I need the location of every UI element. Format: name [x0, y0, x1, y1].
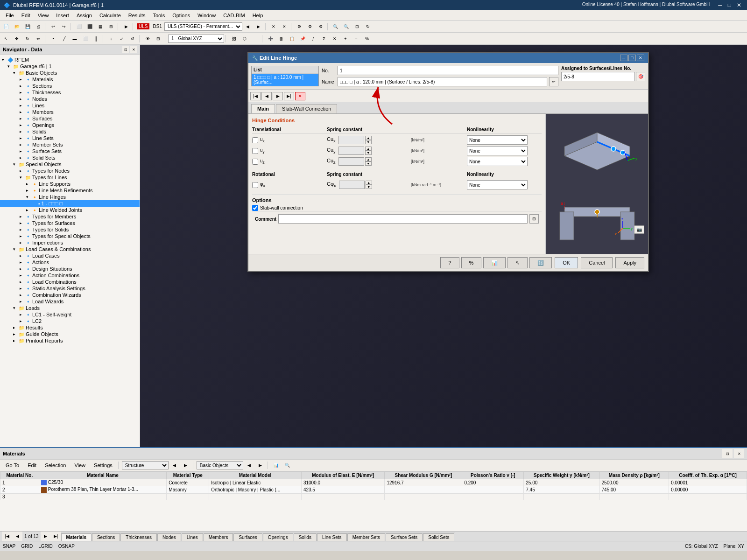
mat-view[interactable]: View: [70, 462, 89, 469]
nav-printout[interactable]: ▸ 📁 Printout Reports: [0, 337, 140, 344]
nav-types-lines[interactable]: ▾ 📁 Types for Lines: [0, 174, 140, 181]
btab-lines[interactable]: Lines: [182, 533, 203, 541]
btab-sections[interactable]: Sections: [92, 533, 120, 541]
nav-membersets[interactable]: ▸ 🔹 Member Sets: [0, 141, 140, 148]
nav-next-btn[interactable]: ▶: [273, 92, 283, 100]
nav-first-btn[interactable]: |◀: [250, 92, 261, 100]
nav-loads-group[interactable]: ▾ 📁 Loads: [0, 305, 140, 311]
menu-file[interactable]: File: [2, 12, 18, 19]
tb-btn3[interactable]: ⬜: [74, 22, 84, 31]
btab-nodes[interactable]: Nodes: [157, 533, 181, 541]
tb2-x3[interactable]: ✕: [330, 34, 340, 43]
rfem-toggle[interactable]: ▾: [2, 57, 7, 62]
nav-solidsets[interactable]: ▸ 🔹 Solid Sets: [0, 154, 140, 161]
phix-spring-value[interactable]: [339, 181, 365, 189]
nav-surfaces[interactable]: ▸ 🔹 Surfaces: [0, 115, 140, 122]
ok-button[interactable]: OK: [555, 257, 578, 268]
tb2-mirror[interactable]: ⇔: [33, 34, 43, 43]
nav-hinge-1[interactable]: ▪ 1 - □□□ □: [0, 200, 140, 207]
nav-types-special[interactable]: ▸ 🔹 Types for Special Objects: [0, 233, 140, 239]
uz-stepper-down[interactable]: ▼: [365, 161, 372, 166]
tb-open[interactable]: 📂: [12, 22, 22, 31]
tb2-load2[interactable]: ↙: [117, 34, 127, 43]
btab-materials[interactable]: Materials: [61, 533, 92, 541]
nav-results[interactable]: ▸ 📁 Results: [0, 324, 140, 331]
ds-combo[interactable]: ULS (STR/GEO) - Permanent...: [164, 22, 242, 31]
tb-new[interactable]: 📄: [1, 22, 11, 31]
nav-load-combo[interactable]: ▸ 🔹 Load Combinations: [0, 279, 140, 285]
tb-btn5[interactable]: ▦: [95, 22, 106, 31]
menu-options[interactable]: Options: [169, 12, 194, 19]
ux-stepper-down[interactable]: ▼: [365, 140, 372, 144]
nav-float-btn[interactable]: ⊡: [122, 46, 129, 53]
mat-settings[interactable]: Settings: [90, 462, 116, 469]
ux-checkbox[interactable]: [252, 137, 258, 143]
tb2-add[interactable]: ➕: [265, 34, 275, 43]
btab-members[interactable]: Members: [204, 533, 233, 541]
nav-guide-objects[interactable]: ▸ 📁 Guide Objects: [0, 331, 140, 337]
tb-undo[interactable]: ↩: [48, 22, 58, 31]
coord-system-select[interactable]: 1 - Global XYZ: [168, 35, 224, 43]
mat-objects-select[interactable]: Basic Objects: [197, 461, 243, 469]
uz-spring-value[interactable]: [338, 157, 364, 166]
nav-thicknesses[interactable]: ▸ 🔹 Thicknesses: [0, 89, 140, 96]
mat-tb2[interactable]: 🔍: [282, 461, 293, 470]
bt-next[interactable]: ▶: [41, 532, 51, 541]
nav-lines[interactable]: ▸ 🔹 Lines: [0, 102, 140, 109]
menu-view[interactable]: View: [34, 12, 53, 19]
phix-stepper-down[interactable]: ▼: [366, 185, 372, 189]
footer-percent-btn[interactable]: %: [461, 257, 482, 268]
tb2-wire[interactable]: ⬡: [240, 34, 250, 43]
tb2-sum[interactable]: Σ: [319, 34, 329, 43]
name-edit-btn[interactable]: ✏: [549, 77, 558, 86]
tb2-move[interactable]: ✥: [12, 34, 22, 43]
nav-lc2[interactable]: ▸ 🔹 LC2: [0, 318, 140, 324]
tab-main[interactable]: Main: [251, 104, 275, 113]
mat-row-3[interactable]: 3: [0, 493, 747, 500]
assign-input[interactable]: [561, 72, 635, 81]
menu-window[interactable]: Window: [194, 12, 219, 19]
tb2-surface[interactable]: ▬: [70, 34, 80, 43]
nav-lc1[interactable]: ▸ 🔹 LC1 - Self-weight: [0, 311, 140, 318]
nav-load-cases-combo[interactable]: ▾ 📁 Load Cases & Combinations: [0, 246, 140, 252]
tb2-load[interactable]: ↓: [106, 34, 116, 43]
phix-nonlin-select[interactable]: None: [467, 180, 528, 189]
tb2-solid[interactable]: ⬜: [80, 34, 91, 43]
menu-assign[interactable]: Assign: [73, 12, 96, 19]
menu-cadbim[interactable]: CAD-BIM: [219, 12, 248, 19]
btab-solids[interactable]: Solids: [294, 533, 317, 541]
tb2-member[interactable]: ║: [91, 34, 101, 43]
phix-checkbox[interactable]: [252, 182, 258, 188]
mat-struct-next[interactable]: ▶: [181, 461, 191, 470]
apply-button[interactable]: Apply: [615, 257, 644, 268]
footer-table-btn[interactable]: 📊: [483, 257, 506, 268]
tb-gear3[interactable]: ⚙: [316, 22, 326, 31]
nav-nodes[interactable]: ▸ 🔹 Nodes: [0, 96, 140, 102]
tb-zoom-in[interactable]: 🔍: [331, 22, 341, 31]
tb-rotate[interactable]: ↻: [363, 22, 373, 31]
footer-select-btn[interactable]: ↖: [507, 257, 528, 268]
uy-nonlin-select[interactable]: None: [467, 146, 528, 155]
nav-types-solids[interactable]: ▸ 🔹 Types for Solids: [0, 226, 140, 233]
tb2-minus[interactable]: −: [351, 34, 361, 43]
tb-gear2[interactable]: ⚙: [305, 22, 315, 31]
nav-special-objects[interactable]: ▾ 📁 Special Objects: [0, 161, 140, 168]
tb2-show[interactable]: 👁: [142, 34, 153, 43]
materials-float-btn[interactable]: ⊡: [722, 449, 733, 458]
nav-solids[interactable]: ▸ 🔹 Solids: [0, 128, 140, 135]
nav-last-btn[interactable]: ▶|: [284, 92, 294, 100]
footer-question-btn[interactable]: ?: [440, 257, 459, 268]
menu-calculate[interactable]: Calculate: [96, 12, 125, 19]
nav-types-nodes[interactable]: ▸ 🔹 Types for Nodes: [0, 168, 140, 174]
btab-membersets[interactable]: Member Sets: [347, 533, 385, 541]
tb-run[interactable]: ▶: [121, 22, 131, 31]
mat-structure-select[interactable]: Structure: [122, 461, 169, 469]
nav-actions[interactable]: ▸ 🔹 Actions: [0, 259, 140, 266]
btab-solidsets[interactable]: Solid Sets: [423, 533, 454, 541]
mat-goto[interactable]: Go To: [2, 462, 23, 469]
nav-load-cases[interactable]: ▸ 🔹 Load Cases: [0, 252, 140, 259]
bt-prev[interactable]: ◀: [12, 532, 22, 541]
tb-gear[interactable]: ⚙: [294, 22, 304, 31]
tb-print[interactable]: 🖨: [33, 22, 43, 31]
nav-load-wizards[interactable]: ▸ 🔹 Load Wizards: [0, 298, 140, 305]
